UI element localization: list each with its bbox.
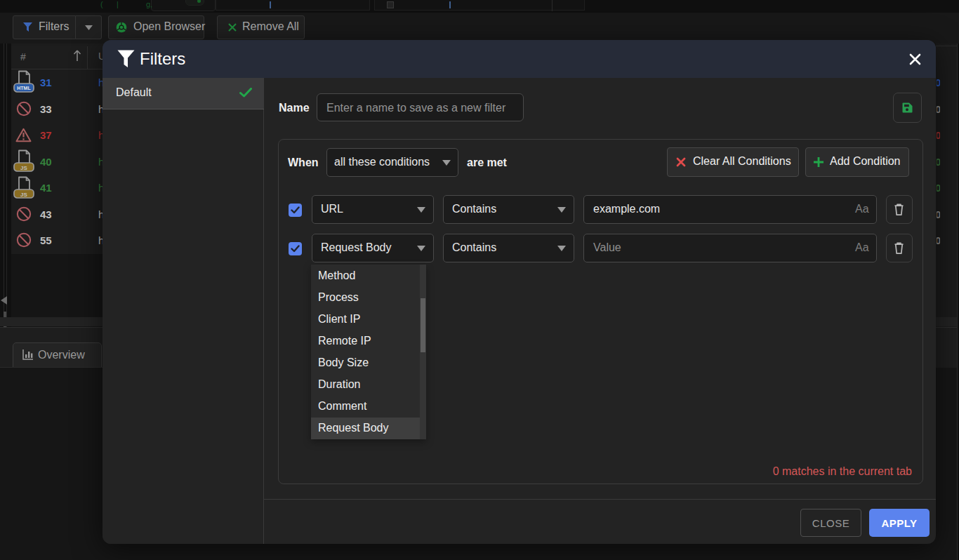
- svg-text:HTML: HTML: [17, 86, 31, 91]
- svg-text:JS: JS: [20, 165, 27, 171]
- svg-text:JS: JS: [20, 192, 27, 198]
